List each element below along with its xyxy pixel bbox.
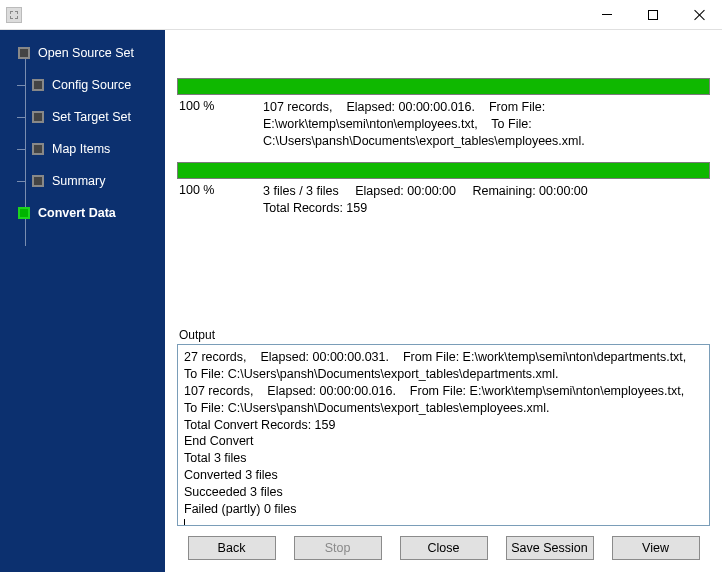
save-session-button[interactable]: Save Session [506,536,594,560]
sidebar-item-convert-data[interactable]: Convert Data [10,202,165,224]
file-to-path: C:\Users\pansh\Documents\export_tables\e… [263,134,585,148]
total-files: 3 files / 3 files [263,183,339,200]
total-records: Total Records: 159 [263,200,367,217]
sidebar-item-label: Map Items [52,142,110,156]
output-label: Output [177,328,710,344]
step-icon [18,207,30,219]
file-to-label: To File: [491,117,531,131]
minimize-icon [602,14,612,15]
view-button[interactable]: View [612,536,700,560]
sidebar-item-set-target-set[interactable]: Set Target Set [24,106,165,128]
sidebar-item-open-source-set[interactable]: Open Source Set [10,42,165,64]
total-progress-text: 3 files / 3 files Elapsed: 00:00:00 Rema… [263,183,708,217]
total-elapsed: Elapsed: 00:00:00 [355,183,456,200]
close-button-label: Close [428,541,460,555]
back-button-label: Back [218,541,246,555]
file-elapsed: Elapsed: 00:00:00.016. [346,100,475,114]
sidebar-item-label: Config Source [52,78,131,92]
file-from-label: From File: [489,100,545,114]
file-records: 107 records, [263,100,332,114]
stop-button-label: Stop [325,541,351,555]
total-progress-block: 100 % 3 files / 3 files Elapsed: 00:00:0… [177,162,710,219]
step-icon [32,175,44,187]
sidebar-item-label: Summary [52,174,105,188]
close-window-button[interactable] [676,0,722,30]
view-button-label: View [642,541,669,555]
total-remaining: Remaining: 00:00:00 [472,183,587,200]
sidebar-item-label: Open Source Set [38,46,134,60]
minimize-button[interactable] [584,0,630,30]
maximize-button[interactable] [630,0,676,30]
sidebar-item-summary[interactable]: Summary [24,170,165,192]
back-button[interactable]: Back [188,536,276,560]
total-progress-percent: 100 % [179,183,249,217]
close-icon [693,9,705,21]
step-icon [32,79,44,91]
file-progress-text: 107 records, Elapsed: 00:00:00.016. From… [263,99,708,150]
close-button[interactable]: Close [400,536,488,560]
sidebar: Open Source Set Config Source Set Target… [0,30,165,572]
step-icon [32,111,44,123]
app-icon [6,7,22,23]
stop-button: Stop [294,536,382,560]
file-progress-block: 100 % 107 records, Elapsed: 00:00:00.016… [177,78,710,152]
output-textarea[interactable]: 27 records, Elapsed: 00:00:00.031. From … [177,344,710,526]
button-row: Back Stop Close Save Session View [177,526,710,562]
file-progress-percent: 100 % [179,99,249,150]
step-icon [18,47,30,59]
file-progress-bar [177,78,710,95]
maximize-icon [648,10,658,20]
step-icon [32,143,44,155]
sidebar-item-map-items[interactable]: Map Items [24,138,165,160]
main-panel: 100 % 107 records, Elapsed: 00:00:00.016… [165,30,722,572]
sidebar-item-config-source[interactable]: Config Source [24,74,165,96]
save-session-button-label: Save Session [511,541,587,555]
file-from-path: E:\work\temp\semi\nton\employees.txt, [263,117,478,131]
title-bar [0,0,722,30]
sidebar-item-label: Set Target Set [52,110,131,124]
total-progress-bar [177,162,710,179]
sidebar-item-label: Convert Data [38,206,116,220]
